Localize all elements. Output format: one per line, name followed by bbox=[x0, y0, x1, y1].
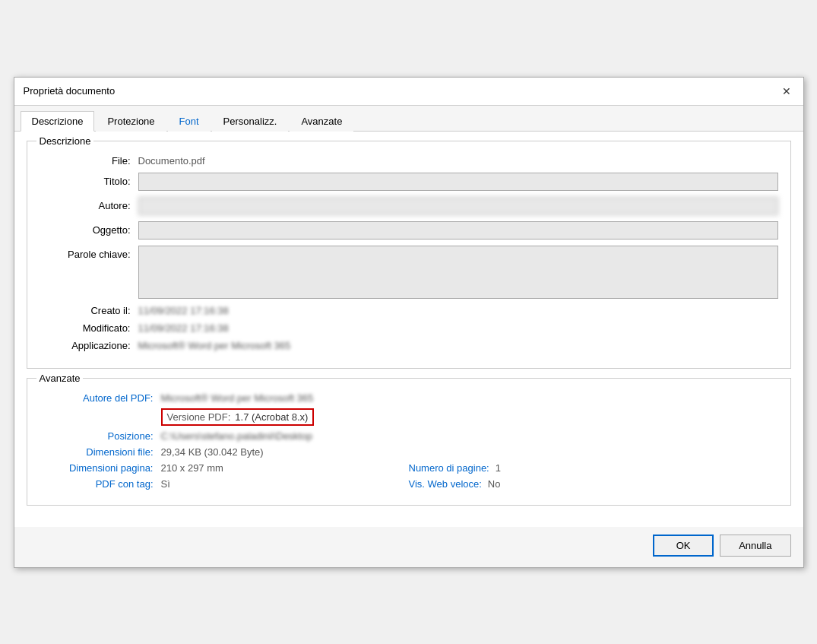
autore-row: Autore: bbox=[40, 197, 778, 215]
dialog-title: Proprietà documento bbox=[24, 85, 116, 97]
dialog-body: Descrizione File: Documento.pdf Titolo: … bbox=[14, 132, 803, 527]
ok-button[interactable]: OK bbox=[653, 535, 714, 557]
annulla-button[interactable]: Annulla bbox=[720, 535, 790, 557]
close-button[interactable]: ✕ bbox=[779, 84, 794, 99]
oggetto-label: Oggetto: bbox=[40, 224, 138, 236]
versione-pdf-row: Versione PDF: 1.7 (Acrobat 8.x) bbox=[40, 408, 778, 426]
posizione-value: C:\Users\stefano.paladinii\Desktop bbox=[161, 430, 312, 442]
parole-row: Parole chiave: bbox=[40, 246, 778, 299]
dimensioni-pagina-label: Dimensioni pagina: bbox=[40, 462, 161, 474]
parole-label: Parole chiave: bbox=[40, 246, 138, 260]
autore-pdf-label: Autore del PDF: bbox=[40, 392, 161, 404]
creato-row: Creato il: 11/09/2022 17:16:38 bbox=[40, 305, 778, 316]
avanzate-section: Avanzate Autore del PDF: Microsoft® Word… bbox=[27, 378, 791, 506]
creato-label: Creato il: bbox=[40, 305, 138, 316]
file-label: File: bbox=[40, 155, 138, 167]
file-value: Documento.pdf bbox=[138, 155, 205, 167]
autore-label: Autore: bbox=[40, 200, 138, 211]
applicazione-label: Applicazione: bbox=[40, 340, 138, 351]
oggetto-input[interactable] bbox=[138, 221, 778, 240]
versione-pdf-value: 1.7 (Acrobat 8.x) bbox=[235, 411, 308, 423]
modificato-value: 11/09/2022 17:16:38 bbox=[138, 322, 229, 334]
dialog-footer: OK Annulla bbox=[14, 527, 803, 567]
pdf-tag-left: PDF con tag: Sì bbox=[40, 478, 409, 490]
tab-descrizione[interactable]: Descrizione bbox=[21, 111, 95, 132]
tab-personalizz[interactable]: Personalizz. bbox=[212, 111, 289, 132]
creato-value: 11/09/2022 17:16:38 bbox=[138, 305, 229, 316]
titolo-input[interactable] bbox=[138, 173, 778, 191]
dimensioni-pagina-row: Dimensioni pagina: 210 x 297 mm Numero d… bbox=[40, 462, 778, 474]
versione-pdf-label-inner: Versione PDF: bbox=[167, 411, 231, 423]
pdf-tag-row: PDF con tag: Sì Vis. Web veloce: No bbox=[40, 478, 778, 490]
posizione-row: Posizione: C:\Users\stefano.paladinii\De… bbox=[40, 430, 778, 442]
parole-textarea[interactable] bbox=[138, 246, 778, 299]
dimensioni-file-label: Dimensioni file: bbox=[40, 446, 161, 458]
dimensioni-pagina-value: 210 x 297 mm bbox=[161, 462, 223, 474]
dimensioni-pagina-left: Dimensioni pagina: 210 x 297 mm bbox=[40, 462, 409, 474]
avanzate-section-title: Avanzate bbox=[36, 373, 84, 384]
pdf-tag-label: PDF con tag: bbox=[40, 478, 161, 490]
modificato-label: Modificato: bbox=[40, 322, 138, 334]
tab-avanzate[interactable]: Avanzate bbox=[290, 111, 353, 132]
applicazione-row: Applicazione: Microsoft® Word per Micros… bbox=[40, 340, 778, 351]
pdf-version-box: Versione PDF: 1.7 (Acrobat 8.x) bbox=[161, 408, 315, 426]
descrizione-section: Descrizione File: Documento.pdf Titolo: … bbox=[27, 141, 791, 369]
tab-protezione[interactable]: Protezione bbox=[96, 111, 166, 132]
numero-pagine-right: Numero di pagine: 1 bbox=[409, 462, 778, 474]
oggetto-row: Oggetto: bbox=[40, 221, 778, 240]
numero-pagine-value: 1 bbox=[496, 462, 501, 474]
autore-pdf-value: Microsoft® Word per Microsoft 365 bbox=[161, 392, 314, 404]
title-bar: Proprietà documento ✕ bbox=[14, 78, 803, 106]
document-properties-dialog: Proprietà documento ✕ Descrizione Protez… bbox=[14, 77, 804, 568]
tab-font[interactable]: Font bbox=[168, 111, 211, 132]
pdf-tag-value: Sì bbox=[161, 478, 170, 490]
numero-pagine-label: Numero di pagine: bbox=[409, 462, 489, 474]
applicazione-value: Microsoft® Word per Microsoft 365 bbox=[138, 340, 291, 351]
tab-bar: Descrizione Protezione Font Personalizz.… bbox=[14, 106, 803, 132]
autore-pdf-row: Autore del PDF: Microsoft® Word per Micr… bbox=[40, 392, 778, 404]
modificato-row: Modificato: 11/09/2022 17:16:38 bbox=[40, 322, 778, 334]
titolo-label: Titolo: bbox=[40, 176, 138, 187]
vis-web-value: No bbox=[488, 478, 501, 490]
file-row: File: Documento.pdf bbox=[40, 155, 778, 167]
posizione-label: Posizione: bbox=[40, 430, 161, 442]
dimensioni-file-row: Dimensioni file: 29,34 KB (30.042 Byte) bbox=[40, 446, 778, 458]
vis-web-right: Vis. Web veloce: No bbox=[409, 478, 778, 490]
vis-web-label: Vis. Web veloce: bbox=[409, 478, 482, 490]
titolo-row: Titolo: bbox=[40, 173, 778, 191]
autore-input[interactable] bbox=[138, 197, 778, 215]
dimensioni-file-value: 29,34 KB (30.042 Byte) bbox=[161, 446, 264, 458]
descrizione-section-title: Descrizione bbox=[36, 135, 94, 147]
